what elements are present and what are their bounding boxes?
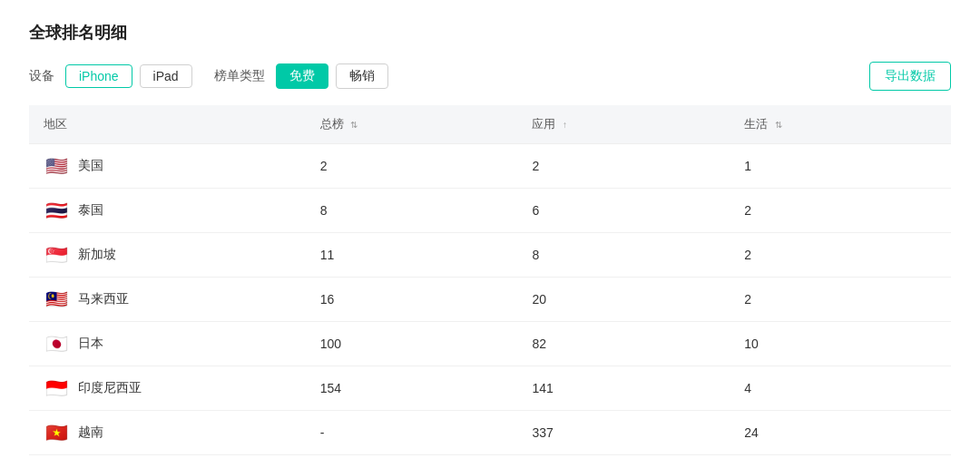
cell-total: 154 (306, 366, 518, 411)
cell-life: 24 (730, 411, 951, 455)
toolbar: 设备 iPhone iPad 榜单类型 免费 畅销 导出数据 (29, 62, 951, 91)
country-flag: 🇺🇸 (44, 157, 69, 175)
table-row: 🇲🇾 马来西亚 16202 (29, 278, 951, 322)
country-flag: 🇹🇭 (44, 201, 69, 219)
table-body: 🇺🇸 美国 221 🇹🇭 泰国 862 🇸🇬 新加坡 1182 🇲🇾 马来西亚 … (29, 144, 951, 455)
cell-region: 🇲🇾 马来西亚 (29, 278, 306, 322)
export-button[interactable]: 导出数据 (869, 62, 951, 91)
cell-total: 100 (306, 322, 518, 366)
table-row: 🇻🇳 越南 -33724 (29, 411, 951, 455)
cell-total: 8 (306, 189, 518, 233)
table-row: 🇮🇩 印度尼西亚 1541414 (29, 366, 951, 411)
cell-region: 🇹🇭 泰国 (29, 189, 306, 233)
cell-life: 10 (730, 322, 951, 366)
cell-total: 16 (306, 278, 518, 322)
sort-life-icon: ⇅ (775, 120, 782, 130)
cell-region: 🇺🇸 美国 (29, 144, 306, 189)
country-name: 马来西亚 (78, 291, 129, 307)
device-label: 设备 (29, 68, 54, 84)
device-ipad-button[interactable]: iPad (140, 64, 192, 88)
cell-total: 2 (306, 144, 518, 189)
cell-life: 2 (730, 278, 951, 322)
type-free-button[interactable]: 免费 (276, 63, 328, 89)
sort-app-icon: ↑ (563, 120, 567, 130)
cell-app: 82 (517, 322, 730, 366)
cell-app: 8 (517, 233, 730, 278)
cell-app: 20 (517, 278, 730, 322)
country-name: 越南 (78, 424, 103, 441)
country-cell: 🇲🇾 马来西亚 (44, 290, 291, 308)
cell-life: 1 (730, 144, 951, 189)
country-flag: 🇻🇳 (44, 424, 69, 442)
country-cell: 🇸🇬 新加坡 (44, 246, 291, 264)
country-name: 日本 (78, 336, 103, 352)
cell-app: 337 (517, 411, 730, 455)
header-total[interactable]: 总榜 ⇅ (306, 105, 518, 144)
cell-app: 6 (517, 189, 730, 233)
country-name: 美国 (78, 158, 103, 174)
cell-app: 141 (517, 366, 730, 411)
header-app[interactable]: 应用 ↑ (517, 105, 730, 144)
country-cell: 🇮🇩 印度尼西亚 (44, 379, 291, 397)
cell-region: 🇸🇬 新加坡 (29, 233, 306, 278)
table-row: 🇹🇭 泰国 862 (29, 189, 951, 233)
rankings-table: 地区 总榜 ⇅ 应用 ↑ 生活 ⇅ 🇺🇸 美国 221 🇹� (29, 105, 951, 455)
type-bestseller-button[interactable]: 畅销 (336, 63, 388, 89)
country-name: 新加坡 (78, 247, 116, 263)
table-row: 🇺🇸 美国 221 (29, 144, 951, 189)
cell-life: 2 (730, 189, 951, 233)
country-name: 泰国 (78, 202, 103, 219)
country-cell: 🇹🇭 泰国 (44, 201, 291, 219)
sort-total-icon: ⇅ (350, 120, 358, 130)
table-row: 🇸🇬 新加坡 1182 (29, 233, 951, 278)
header-life[interactable]: 生活 ⇅ (730, 105, 951, 144)
country-flag: 🇯🇵 (44, 335, 69, 353)
country-name: 印度尼西亚 (78, 380, 142, 396)
table-header: 地区 总榜 ⇅ 应用 ↑ 生活 ⇅ (29, 105, 951, 144)
toolbar-left: 设备 iPhone iPad 榜单类型 免费 畅销 (29, 63, 388, 89)
cell-life: 2 (730, 233, 951, 278)
cell-region: 🇻🇳 越南 (29, 411, 306, 455)
cell-region: 🇯🇵 日本 (29, 322, 306, 366)
chart-type-label: 榜单类型 (214, 68, 265, 84)
cell-region: 🇮🇩 印度尼西亚 (29, 366, 306, 411)
page-title: 全球排名明细 (29, 22, 951, 44)
table-row: 🇯🇵 日本 1008210 (29, 322, 951, 366)
country-cell: 🇺🇸 美国 (44, 157, 291, 175)
header-region: 地区 (29, 105, 306, 144)
country-flag: 🇸🇬 (44, 246, 69, 264)
cell-life: 4 (730, 366, 951, 411)
cell-total: 11 (306, 233, 518, 278)
country-flag: 🇲🇾 (44, 290, 69, 308)
country-cell: 🇯🇵 日本 (44, 335, 291, 353)
country-flag: 🇮🇩 (44, 379, 69, 397)
cell-app: 2 (517, 144, 730, 189)
device-iphone-button[interactable]: iPhone (65, 64, 132, 88)
cell-total: - (306, 411, 518, 455)
country-cell: 🇻🇳 越南 (44, 424, 291, 442)
